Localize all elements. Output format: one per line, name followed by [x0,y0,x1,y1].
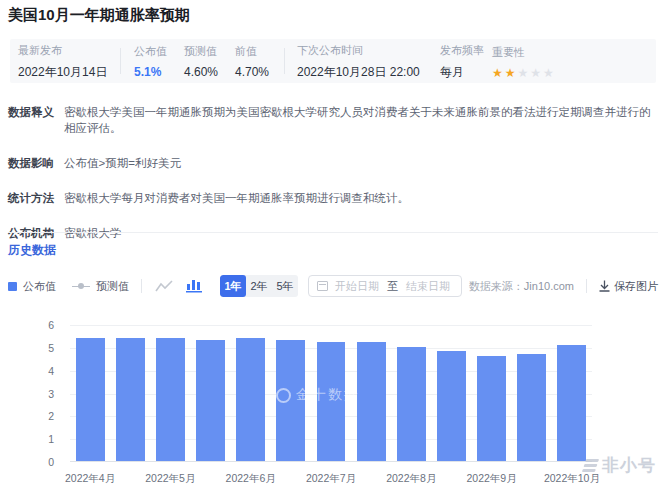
download-icon [599,280,610,292]
chart-toolbar: 公布值 预测值 1年 2年 5年 开始日期 至 结束日期 数据来源： Jin10… [8,274,658,298]
legend-line-dot-icon [72,282,90,291]
frequency-label: 发布频率 [440,43,492,58]
data-source-label: 数据来源： [469,279,524,294]
summary-previous: 前值 4.70% [235,43,284,79]
published-value: 5.1% [134,65,184,79]
x-axis-tick-label: 2022年10月 [538,472,606,486]
summary-frequency: 发布频率 每月 [440,42,492,81]
summary-published: 公布值 5.1% [134,43,184,79]
gridline [70,325,592,326]
x-axis-tick-label: 2022年8月 [377,472,445,486]
summary-importance: 重要性 ★★★★★ [492,44,556,79]
summary-next-release: 下次公布时间 2022年10月28日 22:00 [297,42,440,81]
y-axis-tick-label: 5 [24,342,54,354]
divider [586,279,587,293]
calendar-icon [317,281,328,291]
x-axis-tick-label: 2022年9月 [458,472,526,486]
bar-chart-icon[interactable] [184,278,204,294]
y-axis-tick-label: 1 [24,433,54,445]
latest-release-label: 最新发布 [18,43,120,58]
legend-published-label: 公布值 [23,279,56,294]
latest-release-value: 2022年10月14日 [18,64,120,81]
summary-latest-release: 最新发布 2022年10月14日 [18,42,120,81]
published-label: 公布值 [134,44,184,59]
divider [284,48,285,74]
range-button-2y[interactable]: 2年 [246,275,272,297]
start-date-input[interactable]: 开始日期 [335,279,379,294]
bar-7[interactable] [357,342,386,461]
previous-label: 前值 [235,44,284,59]
legend-forecast-label: 预测值 [96,279,129,294]
meta-label: 统计方法 [8,190,64,206]
x-axis-tick-label: 2022年7月 [297,472,365,486]
bar-6[interactable] [317,342,346,461]
summary-bar: 最新发布 2022年10月14日 公布值 5.1% 预测值 4.60% 前值 4… [10,39,656,83]
x-axis-tick-label: 2022年5月 [136,472,204,486]
history-section-title: 历史数据 [8,242,56,259]
save-image-button[interactable]: 保存图片 [599,279,658,294]
meta-row-agency: 公布机构 密歇根大学 [8,225,658,241]
forecast-label: 预测值 [184,44,235,59]
divider [8,232,658,233]
x-axis: 2022年4月2022年5月2022年6月2022年7月2022年8月2022年… [70,468,592,484]
bar-2[interactable] [156,338,185,461]
previous-value: 4.70% [235,65,284,79]
range-button-5y[interactable]: 5年 [272,275,298,297]
y-axis-tick-label: 2 [24,410,54,422]
range-button-group: 1年 2年 5年 [220,275,298,297]
next-release-label: 下次公布时间 [297,43,440,58]
line-chart-icon[interactable] [154,278,174,294]
legend-published[interactable]: 公布值 [8,279,56,294]
bar-9[interactable] [437,351,466,461]
page-title: 美国10月一年期通胀率预期 [8,6,190,25]
meta-row-definition: 数据释义 密歇根大学美国一年期通胀预期为美国密歇根大学研究人员对消费者关于未来通… [8,104,658,136]
divider [120,48,121,74]
y-axis-tick-label: 6 [24,319,54,331]
star-icon: ★ [518,66,531,80]
data-source-value: Jin10.com [524,280,574,292]
x-axis-tick-label: 2022年6月 [217,472,285,486]
y-axis: 0123456 [10,308,62,492]
bar-12[interactable] [557,345,586,461]
star-icon: ★ [543,66,556,80]
importance-stars: ★★★★★ [492,66,556,79]
x-axis-tick-label: 2022年4月 [56,472,124,486]
chart-plot [70,325,592,462]
meta-value: 密歇根大学美国一年期通胀预期为美国密歇根大学研究人员对消费者关于未来通胀前景的看… [64,104,658,136]
bar-0[interactable] [76,338,105,461]
star-icon: ★ [530,66,543,80]
meta-value: 密歇根大学 [64,225,122,241]
meta-row-impact: 数据影响 公布值>预期=利好美元 [8,155,658,171]
meta-value: 公布值>预期=利好美元 [64,155,181,171]
star-icon: ★ [492,66,505,80]
forecast-value: 4.60% [184,65,235,79]
summary-forecast: 预测值 4.60% [184,43,235,79]
frequency-value: 每月 [440,64,492,81]
meta-label: 数据释义 [8,104,64,136]
bar-10[interactable] [477,356,506,461]
bar-3[interactable] [196,340,225,461]
y-axis-tick-label: 4 [24,365,54,377]
end-date-input[interactable]: 结束日期 [406,279,450,294]
star-icon: ★ [505,66,518,80]
meta-label: 数据影响 [8,155,64,171]
date-range-picker[interactable]: 开始日期 至 结束日期 [308,275,462,297]
bar-8[interactable] [397,347,426,461]
range-button-1y[interactable]: 1年 [220,275,246,297]
meta-row-method: 统计方法 密歇根大学每月对消费者对美国一年期通胀率预期进行调查和统计。 [8,190,658,206]
meta-value: 密歇根大学每月对消费者对美国一年期通胀率预期进行调查和统计。 [64,190,409,206]
y-axis-tick-label: 0 [24,456,54,468]
bar-1[interactable] [116,338,145,461]
next-release-value: 2022年10月28日 22:00 [297,64,440,81]
meta-label: 公布机构 [8,225,64,241]
bar-11[interactable] [517,354,546,461]
legend-forecast[interactable]: 预测值 [72,279,129,294]
bar-4[interactable] [236,338,265,461]
importance-label: 重要性 [492,45,556,60]
history-bar-chart: 0123456 2022年4月2022年5月2022年6月2022年7月2022… [10,308,656,492]
save-image-label: 保存图片 [614,279,658,294]
feixiaohao-watermark-text: 非小号 [602,454,656,477]
legend-square-icon [8,282,17,291]
date-range-separator: 至 [387,279,398,294]
bar-5[interactable] [276,340,305,461]
